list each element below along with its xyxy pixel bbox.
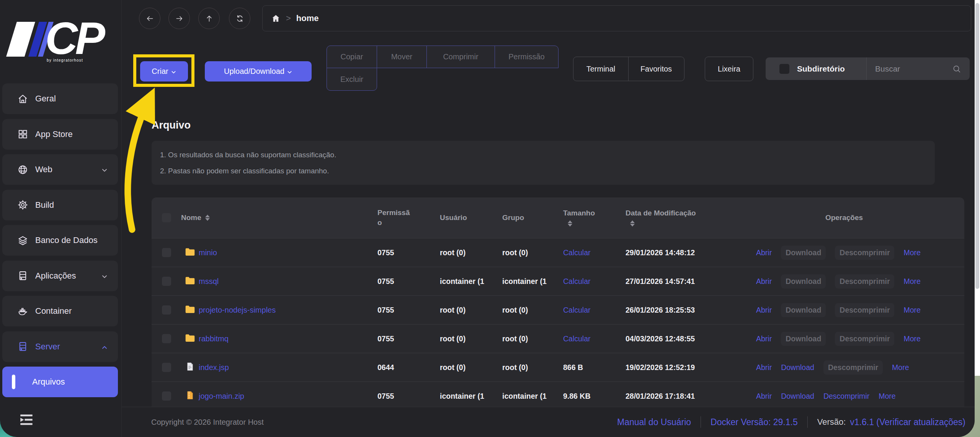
permiss-o-button[interactable]: Permissão [495,46,559,68]
home-icon[interactable] [271,14,281,23]
sidebar-item-aplica-es[interactable]: Aplicações [2,261,118,291]
row-checkbox[interactable] [162,248,171,257]
file-name-link[interactable]: mssql [199,277,219,286]
abrir-action[interactable]: Abrir [756,306,772,315]
criar-button[interactable]: Criar [140,61,188,82]
sort-icon[interactable] [205,215,210,221]
download-action[interactable]: Download [781,392,814,401]
sidebar-item-container[interactable]: Container [2,296,118,326]
file-name-link[interactable]: minio [199,248,217,257]
more-action[interactable]: More [903,306,920,315]
sidebar-item-label: Build [35,200,54,210]
descomprimir-action[interactable]: Descomprimir [823,392,869,401]
download-action[interactable]: Download [781,363,814,372]
modified-date: 04/03/2026 12:48:55 [624,334,747,343]
lixeira-button[interactable]: Lixeira [705,57,753,81]
permission-value: 0755 [376,277,438,286]
sidebar-item-label: Geral [35,94,56,104]
abrir-action[interactable]: Abrir [756,248,772,257]
forward-button[interactable] [168,8,190,29]
more-action[interactable]: More [903,277,920,286]
scrollbar-thumb[interactable] [975,3,979,289]
search-icon[interactable] [952,64,961,73]
row-checkbox[interactable] [162,363,171,372]
abrir-action[interactable]: Abrir [756,363,772,372]
version-link[interactable]: v1.6.1 (Verificar atualizações) [850,417,965,427]
back-button[interactable] [139,8,160,29]
calculate-size-link[interactable]: Calcular [561,334,624,343]
collapse-sidebar-icon[interactable] [18,412,34,427]
group-value: root (0) [500,334,561,343]
more-action[interactable]: More [903,334,920,343]
calculate-size-link[interactable]: Calcular [561,248,624,257]
favoritos-button[interactable]: Favoritos [628,57,684,81]
permission-value: 0755 [376,392,438,401]
subdirectory-toggle: Subdiretório [766,57,866,80]
footer-link[interactable]: Docker Versão: 29.1.5 [710,417,798,427]
logo-subtitle: by integratorhost [47,58,83,62]
sidebar-item-arquivos[interactable]: Arquivos [2,367,118,397]
sidebar: CP by integratorhost GeralApp StoreWebBu… [0,0,122,437]
file-name-link[interactable]: index.jsp [199,363,229,372]
row-checkbox[interactable] [162,305,171,315]
sidebar-nav: GeralApp StoreWebBuildBanco de DadosApli… [2,83,118,397]
column-header-nome[interactable]: Nome [180,214,376,222]
sidebar-item-banco-de-dados[interactable]: Banco de Dados [2,225,118,256]
abrir-action[interactable]: Abrir [756,277,772,286]
sidebar-item-web[interactable]: Web [2,154,118,185]
abrir-action[interactable]: Abrir [756,334,772,343]
row-checkbox[interactable] [162,277,171,286]
table-row: mssql0755icontainer (1icontainer (1Calcu… [152,267,964,295]
comprimir-button[interactable]: Comprimir [426,46,495,68]
user-value: icontainer (1 [438,277,500,286]
modified-date: 19/02/2026 12:52:19 [624,363,747,372]
sidebar-item-build[interactable]: Build [2,190,118,220]
search-input[interactable]: Buscar [866,57,970,80]
sidebar-item-app-store[interactable]: App Store [2,119,118,150]
breadcrumb-path[interactable]: home [296,13,319,23]
row-checkbox[interactable] [162,334,171,343]
table-row: projeto-nodejs-simples0755root (0)root (… [152,295,964,324]
modified-date: 29/01/2026 14:48:12 [624,248,747,257]
copiar-button[interactable]: Copiar [327,46,377,68]
footer-links: Manual do UsuárioDocker Versão: 29.1.5Ve… [617,416,965,428]
sort-icon[interactable] [568,220,572,227]
row-checkbox[interactable] [162,391,171,401]
table-row: index.jsp0644root (0)root (0)866 B19/02/… [152,353,964,382]
calculate-size-link[interactable]: Calcular [561,306,624,315]
more-action[interactable]: More [892,363,909,372]
table-row: rabbitmq0755root (0)root (0)Calcular04/0… [152,324,964,353]
refresh-button[interactable] [229,8,250,29]
select-all-checkbox[interactable] [162,213,171,222]
upload-download-button[interactable]: Upload/Download [205,61,312,82]
column-header-data[interactable]: Data de Modificação [624,209,747,227]
up-button[interactable] [198,8,220,29]
file-name-link[interactable]: rabbitmq [199,334,229,343]
descomprimir-action: Descomprimir [835,246,894,260]
app-window: CP by integratorhost GeralApp StoreWebBu… [0,0,975,437]
terminal-button[interactable]: Terminal [573,57,629,81]
sidebar-item-label: Server [35,342,60,352]
footer-link[interactable]: Manual do Usuário [617,417,691,427]
subdirectory-checkbox[interactable] [779,64,789,74]
download-action: Download [781,303,826,317]
search-placeholder: Buscar [875,64,952,73]
sidebar-item-label: Aplicações [35,271,76,281]
file-name-link[interactable]: projeto-nodejs-simples [199,306,276,315]
sidebar-item-geral[interactable]: Geral [2,83,118,114]
mover-button[interactable]: Mover [377,46,427,68]
search-group: Subdiretório Buscar [766,57,970,80]
sidebar-item-server[interactable]: Server [2,331,118,362]
chevron-down-icon [101,166,108,173]
calculate-size-link[interactable]: Calcular [561,277,624,286]
excluir-button[interactable]: Excluir [327,68,377,91]
sort-icon[interactable] [630,220,635,227]
group-value: root (0) [500,306,561,315]
modified-date: 27/01/2026 14:57:41 [624,277,747,286]
abrir-action[interactable]: Abrir [756,392,772,401]
file-name-link[interactable]: jogo-main.zip [199,392,244,401]
more-action[interactable]: More [903,248,920,257]
column-header-tamanho[interactable]: Tamanho [561,209,624,227]
download-action: Download [781,246,826,260]
more-action[interactable]: More [879,392,895,401]
